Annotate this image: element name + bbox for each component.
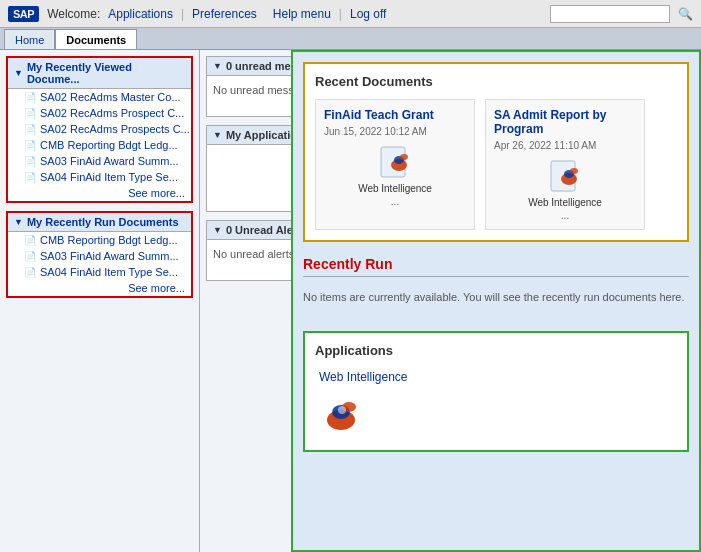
left-panel: ▼ My Recently Viewed Docume... 📄 SA02 Re… [0,50,200,552]
doc-card-1-date: Jun 15, 2022 10:12 AM [324,126,466,137]
doc-icon-1: 📄 [24,92,36,103]
svg-point-11 [570,168,578,174]
recently-viewed-item-2[interactable]: 📄 SA02 RecAdms Prospect C... [8,105,191,121]
recently-run-title: My Recently Run Documents [27,216,179,228]
wi-dots-1: ... [391,196,399,207]
unread-alerts-text: No unread alerts [213,248,294,260]
app-web-intelligence[interactable]: Web Intelligence [315,366,677,440]
recently-viewed-arrow: ▼ [14,68,23,78]
svg-point-7 [400,154,408,160]
app-wi-icon [319,392,363,436]
run-doc-icon-1: 📄 [24,235,36,246]
doc-icon-4: 📄 [24,140,36,151]
doc-card-1-title: FinAid Teach Grant [324,108,466,122]
recently-run-right-section: Recently Run No items are currently avai… [303,256,689,317]
recently-run-item-2[interactable]: 📄 SA03 FinAid Award Summ... [8,248,191,264]
doc-cards-container: FinAid Teach Grant Jun 15, 2022 10:12 AM… [315,99,677,230]
help-menu[interactable]: Help menu [273,7,331,21]
tab-documents[interactable]: Documents [55,29,137,49]
run-doc-icon-3: 📄 [24,267,36,278]
svg-point-15 [338,406,346,414]
doc-card-1[interactable]: FinAid Teach Grant Jun 15, 2022 10:12 AM… [315,99,475,230]
doc-icon-2: 📄 [24,108,36,119]
recently-viewed-title: My Recently Viewed Docume... [27,61,185,85]
tab-bar: Home Documents [0,28,701,50]
run-doc-icon-2: 📄 [24,251,36,262]
menu-separator-3: | [339,7,342,21]
welcome-label: Welcome: [47,7,100,21]
recently-run-header: ▼ My Recently Run Documents [8,213,191,232]
doc-card-2[interactable]: SA Admit Report by Program Apr 26, 2022 … [485,99,645,230]
right-overlay-panel: Recent Documents FinAid Teach Grant Jun … [291,50,701,552]
recent-documents-title: Recent Documents [315,74,677,89]
sap-logo: SAP [8,6,39,22]
wi-icon-2 [547,159,583,195]
wi-dots-2: ... [561,210,569,221]
menu-separator-1: | [181,7,184,21]
recently-viewed-section: ▼ My Recently Viewed Docume... 📄 SA02 Re… [6,56,193,203]
wi-icon-1 [377,145,413,181]
doc-card-2-date: Apr 26, 2022 11:10 AM [494,140,636,151]
applications-box: Applications Web Intelligence [303,331,689,452]
doc-icon-3: 📄 [24,124,36,135]
preferences-menu[interactable]: Preferences [192,7,257,21]
recently-viewed-see-more[interactable]: See more... [8,185,191,201]
wi-label-1: Web Intelligence [358,183,432,194]
recent-documents-box: Recent Documents FinAid Teach Grant Jun … [303,62,689,242]
tab-home[interactable]: Home [4,29,55,49]
recently-viewed-item-1[interactable]: 📄 SA02 RecAdms Master Co... [8,89,191,105]
alerts-arrow: ▼ [213,225,222,235]
doc-icon-5: 📄 [24,156,36,167]
recently-run-section: ▼ My Recently Run Documents 📄 CMB Report… [6,211,193,298]
recently-viewed-item-3[interactable]: 📄 SA02 RecAdms Prospects C... [8,121,191,137]
recently-run-empty-message: No items are currently available. You wi… [303,285,689,317]
recently-run-right-title: Recently Run [303,256,689,277]
recently-viewed-header: ▼ My Recently Viewed Docume... [8,58,191,89]
applications-title: Applications [315,343,677,358]
search-input[interactable] [550,5,670,23]
doc-card-2-footer: Web Intelligence ... [494,159,636,221]
recently-viewed-item-6[interactable]: 📄 SA04 FinAid Item Type Se... [8,169,191,185]
doc-icon-6: 📄 [24,172,36,183]
search-icon[interactable]: 🔍 [678,7,693,21]
main-content: ▼ My Recently Viewed Docume... 📄 SA02 Re… [0,50,701,552]
applications-menu[interactable]: Applications [108,7,173,21]
recently-run-arrow: ▼ [14,217,23,227]
logoff-link[interactable]: Log off [350,7,386,21]
recently-run-see-more[interactable]: See more... [8,280,191,296]
doc-card-2-title: SA Admit Report by Program [494,108,636,136]
app-wi-name: Web Intelligence [319,370,408,384]
recently-run-item-1[interactable]: 📄 CMB Reporting Bdgt Ledg... [8,232,191,248]
recently-viewed-item-4[interactable]: 📄 CMB Reporting Bdgt Ledg... [8,137,191,153]
wi-label-2: Web Intelligence [528,197,602,208]
apps-arrow: ▼ [213,130,222,140]
top-bar: SAP Welcome: Applications | Preferences … [0,0,701,28]
doc-card-1-footer: Web Intelligence ... [324,145,466,207]
messages-arrow: ▼ [213,61,222,71]
recently-viewed-item-5[interactable]: 📄 SA03 FinAid Award Summ... [8,153,191,169]
recently-run-item-3[interactable]: 📄 SA04 FinAid Item Type Se... [8,264,191,280]
